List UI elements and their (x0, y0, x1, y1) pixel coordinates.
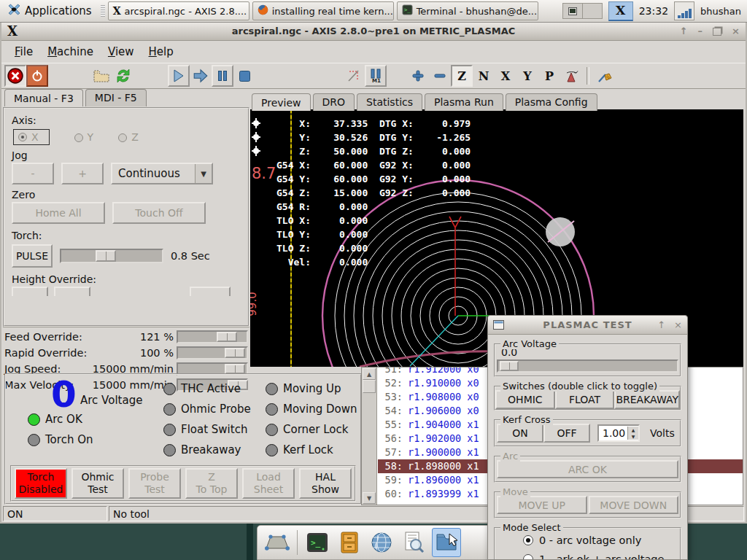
tab-plasma-run[interactable]: Plasma Run (425, 93, 503, 111)
terminal-icon[interactable]: >_ (303, 529, 331, 556)
open-file-button[interactable] (90, 65, 112, 87)
spin-up-icon[interactable]: ▲ (628, 427, 638, 433)
optional-stop-button[interactable]: M1 (365, 65, 387, 87)
breakaway-switch-button[interactable]: BREAKAWAY (614, 390, 680, 409)
zoom-out-button[interactable] (429, 65, 451, 87)
show-desktop-icon[interactable] (263, 529, 291, 556)
probe-test-button[interactable]: ProbeTest (128, 468, 181, 499)
hal-show-button[interactable]: HALShow (299, 468, 352, 499)
taskbar-window-terminal[interactable]: >_ Terminal - bhushan@de... (397, 1, 538, 20)
mode-option-0[interactable]: 0 - arc voltage only (523, 534, 680, 546)
home-all-button[interactable]: Home All (12, 202, 105, 224)
skip-lines-button[interactable] (343, 65, 365, 87)
view-z2-button[interactable]: N (473, 65, 495, 87)
slider-thumb[interactable] (225, 348, 245, 358)
mode-select-frame: Mode Select 0 - arc voltage only 1 - ark… (494, 527, 681, 560)
file-manager-icon[interactable] (432, 528, 461, 557)
arc-ok-button[interactable]: ARC OK (497, 460, 678, 478)
taskbar-window-firefox[interactable]: installing real time kern... (252, 1, 394, 20)
step-button[interactable] (190, 65, 212, 87)
workspace-2[interactable] (582, 4, 602, 18)
menu-machine[interactable]: Machine (42, 43, 99, 61)
estop-button[interactable] (4, 65, 26, 87)
view-x-button[interactable]: X (495, 65, 516, 87)
close-icon[interactable]: × (732, 26, 740, 36)
slider-thumb[interactable] (500, 361, 519, 371)
axis-radio-x[interactable]: X (13, 129, 50, 145)
menu-view[interactable]: View (102, 43, 140, 61)
taskbar-window-axis[interactable]: X arcspiral.ngc - AXIS 2.8.... (108, 1, 249, 20)
rotate-view-button[interactable] (560, 65, 582, 87)
kerf-on-button[interactable]: ON (497, 424, 543, 443)
ohmic-switch-button[interactable]: OHMIC (495, 390, 555, 409)
scrollbar-thumb[interactable] (363, 380, 376, 393)
menu-help[interactable]: Help (143, 43, 179, 61)
dialog-titlebar[interactable]: PLASMAC TEST ↑ × (488, 316, 687, 335)
maximize-icon[interactable] (713, 28, 721, 36)
file-cabinet-icon[interactable] (336, 529, 363, 556)
gcode-scrollbar[interactable]: ▲ ▼ (362, 368, 377, 505)
rapid-override-slider[interactable] (177, 346, 248, 359)
workspace-pager[interactable] (562, 3, 603, 19)
view-p-button[interactable]: P (538, 65, 560, 87)
z-to-top-button[interactable]: ZTo Top (185, 468, 238, 499)
tab-plasma-config[interactable]: Plasma Config (506, 93, 597, 111)
pause-button[interactable] (212, 65, 233, 87)
mode-option-1[interactable]: 1 - ark ok + arc voltage (523, 553, 680, 560)
tab-manual[interactable]: Manual - F3 (4, 89, 83, 106)
torch-pulse-button[interactable]: PULSE (12, 244, 53, 268)
zoom-in-button[interactable] (407, 65, 429, 87)
view-y-button[interactable]: Y (516, 65, 538, 87)
axis-radio-y[interactable]: Y (74, 131, 94, 143)
scroll-up-icon[interactable]: ▲ (363, 368, 376, 380)
height-override-button[interactable] (54, 287, 90, 296)
height-override-button[interactable] (12, 287, 48, 296)
touch-off-button[interactable]: Touch Off (112, 202, 206, 224)
slider-thumb[interactable] (96, 250, 116, 262)
window-titlebar[interactable]: X arcspiral.ngc - AXIS 2.8.0~pre1 on MET… (1, 22, 746, 41)
float-switch-button[interactable]: FLOAT (555, 390, 615, 409)
torch-disabled-button[interactable]: TorchDisabled (15, 468, 67, 499)
web-browser-icon[interactable] (368, 529, 395, 556)
applications-menu[interactable]: Applications (0, 3, 99, 19)
clear-plot-button[interactable] (594, 65, 616, 87)
height-override-button[interactable] (190, 287, 231, 296)
tab-mdi[interactable]: MDI - F5 (85, 89, 147, 106)
axis-radio-z[interactable]: Z (118, 131, 139, 143)
arc-voltage-slider[interactable] (497, 359, 678, 373)
slider-thumb[interactable] (225, 364, 245, 374)
run-button[interactable] (168, 65, 190, 87)
shade-icon[interactable]: ↑ (657, 319, 665, 330)
move-up-button[interactable]: MOVE UP (497, 496, 587, 514)
move-down-button[interactable]: MOVE DOWN (589, 496, 679, 514)
ohmic-test-button[interactable]: OhmicTest (71, 468, 124, 499)
load-sheet-button[interactable]: LoadSheet (242, 468, 295, 499)
feed-override-slider[interactable] (177, 330, 248, 343)
stop-button[interactable] (233, 65, 255, 87)
close-icon[interactable]: × (674, 319, 682, 330)
tab-preview[interactable]: Preview (252, 93, 311, 111)
machine-power-button[interactable] (26, 65, 48, 87)
reload-button[interactable] (112, 65, 134, 87)
plasmac-test-dialog[interactable]: PLASMAC TEST ↑ × Arc Voltage 0.0 Switche… (487, 315, 688, 560)
tab-statistics[interactable]: Statistics (357, 93, 422, 111)
view-z-button[interactable]: Z (451, 65, 473, 87)
network-icon[interactable] (674, 1, 694, 20)
minimize-icon[interactable]: – (698, 26, 703, 36)
kerf-volts-spinbox[interactable]: 1.00 ▲▼ (597, 424, 640, 442)
document-search-icon[interactable] (400, 529, 427, 556)
tab-dro[interactable]: DRO (313, 93, 355, 111)
slider-thumb[interactable] (217, 332, 237, 342)
pulse-time-slider[interactable] (60, 249, 163, 263)
spin-down-icon[interactable]: ▼ (628, 433, 638, 440)
iconified-x-window[interactable]: X (608, 1, 633, 21)
jog-mode-select[interactable]: Continuous ▼ (111, 163, 213, 184)
shade-icon[interactable]: ↑ (680, 26, 688, 36)
workspace-1[interactable] (563, 4, 582, 18)
scroll-down-icon[interactable]: ▼ (363, 492, 376, 504)
kerf-off-button[interactable]: OFF (543, 424, 590, 443)
jog-plus-button[interactable]: + (61, 163, 104, 184)
jog-minus-button[interactable]: - (12, 163, 54, 184)
menu-file[interactable]: File (9, 43, 39, 61)
x11-logo-icon: X (113, 6, 121, 16)
